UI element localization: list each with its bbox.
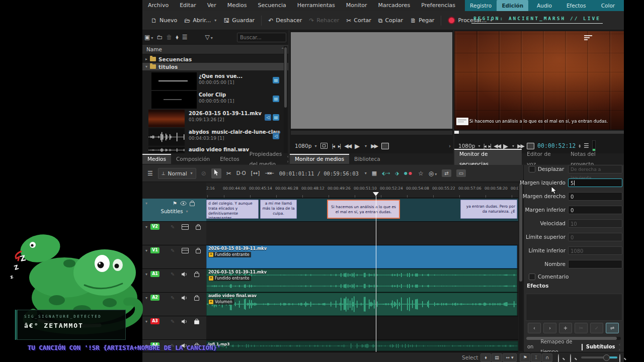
effect-badge[interactable]: ✦Volumen [208,299,234,305]
spacer-tool[interactable]: D·O [236,170,246,176]
rewind-icon[interactable]: ◀◀ [344,143,351,149]
zone-in-icon[interactable]: |◂ [483,143,485,149]
play-icon[interactable]: ▶ [355,142,360,150]
cut-subtitle-button[interactable]: ✂ [575,323,588,333]
zone-out-icon[interactable]: ▸| [338,143,340,149]
edit-track-icon[interactable]: ✎ [171,248,175,253]
project-timecode[interactable]: 00:00:52:12 [537,142,576,149]
audio-clip[interactable]: 2026-03-15 01-39-11.mkv ✦Fundido entrant… [206,269,517,292]
menu-monitor[interactable]: Monitor [341,0,373,11]
margin-right-input[interactable]: 0 [568,192,622,201]
project-monitor-seekbar[interactable] [454,131,624,134]
style-settings-button[interactable]: ⇌ [606,323,619,333]
tab-composicion[interactable]: Composición [171,154,215,164]
add-clip-icon[interactable]: ▣▾ [144,34,153,41]
bin-folder-titulos[interactable]: ▾ titulos [142,63,288,70]
collapse-track-icon[interactable]: ▾ [145,272,147,277]
eye-icon[interactable] [180,201,187,206]
track-lane-a3[interactable] [206,316,518,340]
video-clip[interactable]: 2026-03-15 01-39-11.mkv ✦Fundido entrant… [206,245,517,268]
fast-forward-icon[interactable]: ▶▶ [517,143,524,149]
save-button[interactable]: 🖫Guardar [220,15,258,26]
playhead-line[interactable] [376,196,376,352]
speaker-icon[interactable] [181,319,188,324]
more-arrow-icon[interactable]: › [449,143,451,149]
chevron-down-icon[interactable]: ▾ [365,144,367,148]
menu-editar[interactable]: Editar [174,0,202,11]
mute-monitor-icon[interactable]: ⊘ [201,170,206,177]
margin-bottom-input[interactable]: 0 [568,206,622,214]
video-track-icon[interactable] [182,248,189,253]
edit-track-icon[interactable]: ✎ [171,272,175,277]
zoom-fit-button[interactable] [558,354,559,362]
tab-partial[interactable]: on [524,342,537,352]
collapse-track-icon[interactable]: ▾ [145,319,147,324]
subtitles-track-label[interactable]: Subtitles [161,209,183,214]
redo-button[interactable]: ↷Rehacer [305,15,343,26]
bin-clip-row[interactable]: abydos_music-clair-de-lune-claude-debuss… [142,128,285,146]
rewind-icon[interactable]: ◀◀ [494,143,500,149]
workspace-tab-color[interactable]: Color [592,0,624,11]
audio-clip[interactable]: audio video final.wav ✦Volumen [206,293,517,316]
razor-tool[interactable]: ✂ [226,170,231,177]
chevron-down-icon[interactable]: ▾ [512,144,514,148]
bin-name-column-header[interactable]: Name⌃ [142,44,288,54]
lock-open-icon[interactable] [190,202,195,206]
effect-badge[interactable]: ✦Fundido entrante [208,252,251,257]
edit-track-icon[interactable]: ✎ [171,295,175,301]
resolution-select[interactable]: 1080p▾ [295,143,316,149]
menu-preferencias[interactable]: Preferencias [416,0,461,11]
chevron-down-icon[interactable]: ▾ [186,209,188,214]
subtitle-flag-icon[interactable]: ⚑ [173,201,177,206]
extract-dots-icon[interactable]: ●● [404,171,413,175]
collapse-track-icon[interactable]: ▾ [145,296,147,300]
track-badge-a2[interactable]: A2 [150,295,159,301]
collapse-track-icon[interactable]: ▾ [145,201,147,206]
tag-icon[interactable]: ⬧ [176,34,178,41]
view-list-icon[interactable]: ☰ [182,34,188,41]
zone-in-icon[interactable]: |◂ [332,143,334,149]
open-button[interactable]: 🗁Abrir...▾ [181,15,220,26]
undo-button[interactable]: ↶Deshacer [265,15,305,26]
track-mode-select[interactable]: ⊥ Normal▾ [158,168,196,179]
subtitle-toggle-icon[interactable]: ▭ [456,169,466,177]
edit-track-icon[interactable]: ✎ [171,319,175,324]
scroll-direction-select[interactable]: De derecha a izquierda [568,165,622,173]
collapse-track-icon[interactable]: ▾ [145,225,147,229]
playhead-handle[interactable] [373,192,379,196]
paste-button[interactable]: 🗎Pegar [407,15,438,26]
speaker-icon[interactable] [181,272,188,277]
tab-monitor-medios[interactable]: Monitor de medios [290,154,349,164]
timecode-spinner[interactable]: ▲▼ [579,144,581,148]
lock-open-icon[interactable] [194,273,199,277]
menu-secuencia[interactable]: Secuencia [252,0,291,11]
collapse-icon[interactable]: ▾ [145,64,147,69]
clip-monitor-seekbar[interactable] [291,131,452,135]
lock-closed-icon[interactable] [194,320,199,324]
bin-scrollbar[interactable] [284,46,287,153]
zoom-out-button[interactable] [570,354,571,362]
filter-icon[interactable]: ▽▾ [205,34,213,41]
menu-marcadores[interactable]: Marcadores [373,0,416,11]
create-folder-icon[interactable]: 🗀 [156,34,163,41]
record-icon[interactable]: ◎▾ [429,170,437,177]
scroll-checkbox[interactable] [529,166,535,172]
search-input[interactable]: Buscar... [237,33,286,42]
effect-badge[interactable]: ✦Fundido entrante [208,276,251,281]
crop-tool-icon[interactable] [381,143,389,149]
chevron-down-icon[interactable]: ▾ [365,171,367,175]
timeline-menu-icon[interactable]: ☰ [147,170,153,177]
collapse-tracks-icon[interactable]: ⇥⇤ [265,170,274,176]
name-input[interactable] [568,260,622,268]
track-lane-v2[interactable] [206,222,518,245]
bin-clip-row[interactable]: Color Clip 00:00:05:00 [1] ▤ [142,90,285,109]
zoom-in-button[interactable] [619,354,620,362]
next-subtitle-button[interactable]: › [543,323,556,333]
menu-medios[interactable]: Medios [222,0,253,11]
lock-open-icon[interactable] [196,226,201,230]
select-tool[interactable] [211,168,221,178]
lock-open-icon[interactable] [196,249,201,253]
timeline-zoom-slider[interactable] [581,356,617,358]
crop-tool-icon[interactable] [527,143,534,149]
tab-scroll-arrows[interactable]: ‹ › [619,342,624,352]
